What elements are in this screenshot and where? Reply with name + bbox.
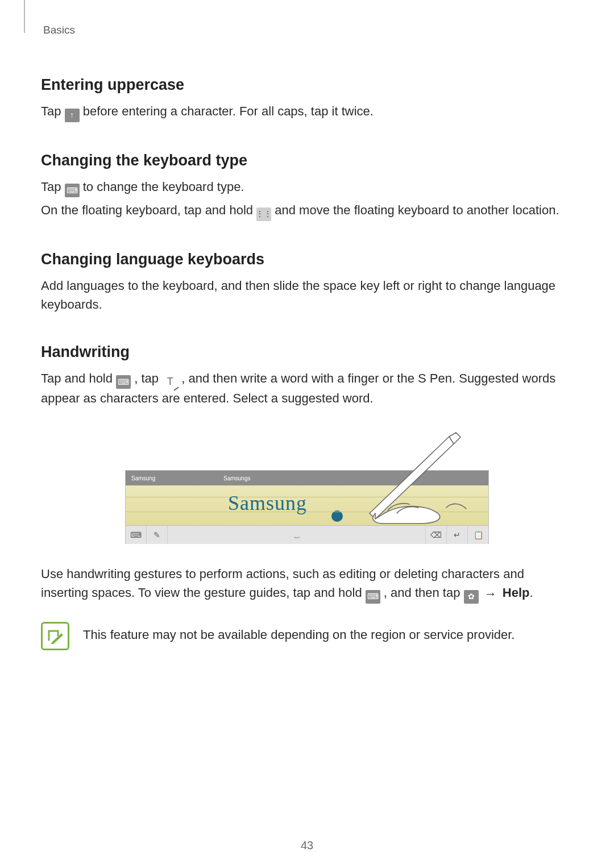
handwritten-text: Samsung [228,491,307,515]
paragraph-uppercase: Tap ↑ before entering a character. For a… [41,102,573,122]
keyboard-bottom-row: ⌨ ✎ ⎵ ⌫ ↵ 📋 [126,525,488,544]
note-text: This feature may not be available depend… [83,622,515,644]
drag-tab-icon: ⋮⋮ [256,207,271,221]
keyboard-icon: ⌨ [65,184,80,197]
text: Tap [41,104,65,118]
note-icon [41,622,69,650]
t-pen-icon: T [162,375,178,388]
handwriting-figure: Samsung Samsungs Samsung ⌨ ✎ ⎵ ⌫ ↵ 📋 [125,430,489,544]
page-number: 43 [0,839,614,852]
heading-uppercase: Entering uppercase [41,76,573,94]
paragraph-handwriting-1: Tap and hold ⌨ , tap T , and then write … [41,369,573,408]
ink-dot [331,510,343,522]
note-row: This feature may not be available depend… [41,622,573,650]
mode-key-icon: ⌨ [126,526,147,544]
text: On the floating keyboard, tap and hold [41,203,256,217]
enter-key-icon: ↵ [447,526,468,544]
hand-with-pen-icon [352,428,483,525]
text: , and then tap [384,585,464,600]
shift-icon: ↑ [65,109,80,122]
suggestion-1: Samsung [131,475,155,481]
paragraph-language: Add languages to the keyboard, and then … [41,276,573,314]
text: Tap [41,180,65,194]
text: Tap and hold [41,371,116,385]
clip-key-icon: 📋 [468,526,488,544]
arrow-icon: → [482,584,499,603]
help-label: Help [503,585,530,600]
keyboard-icon: ⌨ [116,375,131,389]
text: , tap [134,371,162,385]
breadcrumb: Basics [43,24,573,36]
heading-handwriting: Handwriting [41,343,573,361]
heading-keyboard-type: Changing the keyboard type [41,152,573,169]
heading-language: Changing language keyboards [41,251,573,268]
paragraph-keyboard-type-1: Tap ⌨ to change the keyboard type. [41,177,573,198]
gear-icon: ✿ [464,590,479,604]
paragraph-handwriting-2: Use handwriting gestures to perform acti… [41,564,573,604]
text: . [529,585,533,600]
space-key-icon: ⎵ [168,526,426,544]
pen-key-icon: ✎ [147,526,168,544]
keyboard-icon: ⌨ [366,590,380,604]
header-rule [24,0,25,33]
backspace-key-icon: ⌫ [426,526,447,544]
paragraph-keyboard-type-2: On the floating keyboard, tap and hold ⋮… [41,201,573,221]
text: and move the floating keyboard to anothe… [275,203,559,217]
suggestion-2: Samsungs [223,475,250,481]
text: before entering a character. For all cap… [83,104,374,118]
text: to change the keyboard type. [83,180,244,194]
